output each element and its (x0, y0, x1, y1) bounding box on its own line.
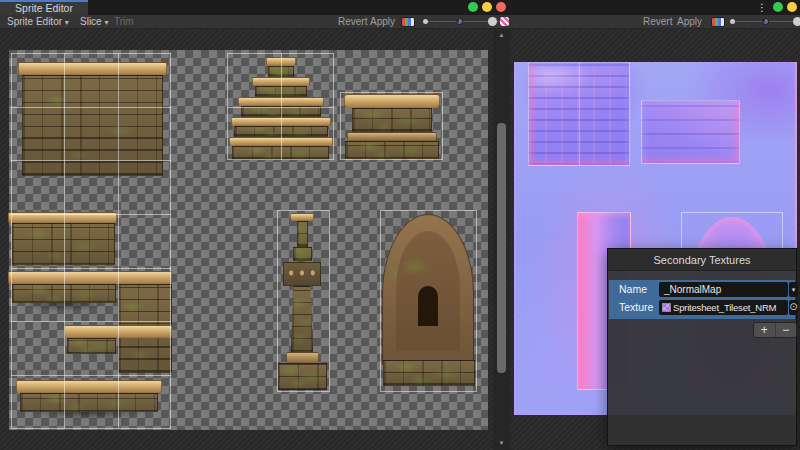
slice-grid-line (11, 160, 171, 161)
name-dropdown[interactable]: _NormalMap (659, 282, 788, 297)
texture-thumbnail-icon (662, 303, 671, 312)
slice-rect-pillar[interactable] (277, 210, 330, 392)
name-label: Name (619, 282, 647, 297)
zoom-slider-handle[interactable] (488, 17, 497, 26)
slice-grid-line (227, 107, 334, 108)
window-dot-yellow-icon[interactable] (482, 2, 492, 12)
object-picker-button[interactable]: ⊙ (789, 300, 798, 315)
platform-body (20, 393, 158, 412)
mip-stripes-icon (500, 17, 509, 26)
secondary-texture-selected-entry[interactable]: Name _NormalMap ▾ Texture Spritesheet_Ti… (609, 280, 795, 319)
revert-button[interactable]: Revert (639, 15, 676, 28)
mip-color-knob-icon[interactable] (456, 18, 463, 25)
slider-start-dot-icon (423, 19, 428, 24)
slice-grid-line (64, 53, 65, 428)
platform-body (67, 338, 116, 354)
panel-title: Secondary Textures (608, 249, 796, 271)
slice-rect-altar[interactable] (340, 92, 443, 160)
rgb-alpha-toggle-icon[interactable] (711, 17, 725, 27)
name-dropdown-button[interactable]: ▾ (789, 282, 798, 297)
texture-object-name: Spritesheet_Tileset_NRM (673, 302, 776, 313)
chevron-down-icon: ▾ (104, 18, 108, 27)
slice-grid-line (11, 375, 171, 376)
slice-grid-line (11, 107, 171, 108)
right-pane-tabbar: ⋮ (510, 0, 800, 15)
vertical-scrollbar[interactable]: ▲ ▼ (493, 29, 510, 450)
window-dot-green-icon[interactable] (468, 2, 478, 12)
mip-color-knob-icon[interactable] (762, 18, 769, 25)
slice-grid-line (11, 428, 171, 429)
window-dot-yellow-icon[interactable] (787, 2, 797, 12)
apply-button[interactable]: Apply (366, 15, 399, 28)
apply-button[interactable]: Apply (673, 15, 706, 28)
scroll-down-icon[interactable]: ▼ (493, 439, 510, 447)
tab-sprite-editor[interactable]: Sprite Editor (0, 0, 88, 15)
trim-button: Trim (110, 15, 138, 28)
slice-dropdown[interactable]: Slice ▾ (76, 15, 112, 28)
slice-grid-line (11, 53, 171, 54)
window-dot-red-icon[interactable] (496, 2, 506, 12)
sprite-editor-window: Sprite Editor ⋮ Sprite Editor ▾ Slice ▾ … (0, 0, 800, 450)
slice-grid-line (170, 53, 171, 428)
wall-cap (18, 62, 167, 75)
platform-cap (16, 380, 162, 393)
left-pane-toolbar: Sprite Editor ▾ Slice ▾ Trim Revert Appl… (0, 15, 510, 29)
texture-label: Texture (619, 300, 653, 315)
platform-shadow (24, 412, 154, 422)
slice-rect-arch[interactable] (380, 210, 477, 392)
sprite-sheet-viewport[interactable] (0, 29, 493, 450)
scrollbar-thumb[interactable] (497, 123, 506, 373)
rgb-alpha-toggle-icon[interactable] (401, 17, 415, 27)
zoom-slider-handle[interactable] (793, 17, 800, 26)
add-remove-buttons: + − (753, 322, 797, 338)
secondary-textures-panel: Secondary Textures Name _NormalMap ▾ Tex… (607, 248, 797, 446)
sprite-editor-dropdown[interactable]: Sprite Editor ▾ (3, 15, 73, 28)
texture-object-field[interactable]: Spritesheet_Tileset_NRM (659, 300, 788, 315)
nrm-sprite-altar-wall[interactable] (641, 100, 740, 164)
slice-grid-line (579, 63, 580, 165)
chevron-down-icon: ▾ (65, 18, 69, 27)
scroll-up-icon[interactable]: ▲ (493, 31, 510, 39)
right-pane-toolbar: Revert Apply (510, 15, 800, 29)
slice-grid-line (11, 53, 12, 428)
slice-grid-line (11, 268, 171, 269)
chevron-down-icon: ▾ (792, 286, 796, 293)
slider-start-dot-icon (730, 19, 735, 24)
slice-grid-line (118, 53, 119, 428)
remove-secondary-texture-button[interactable]: − (776, 323, 797, 337)
object-picker-icon: ⊙ (789, 301, 797, 312)
pane-menu-icon[interactable]: ⋮ (757, 1, 767, 14)
slice-dropdown-label: Slice (80, 16, 102, 27)
add-secondary-texture-button[interactable]: + (754, 323, 776, 337)
left-pane-tabbar: Sprite Editor (0, 0, 510, 15)
slice-grid-line (11, 214, 171, 215)
window-dot-green-icon[interactable] (773, 2, 783, 12)
slice-grid-line (11, 321, 171, 322)
sprite-editor-dropdown-label: Sprite Editor (7, 16, 62, 27)
platform-cap (8, 271, 172, 284)
